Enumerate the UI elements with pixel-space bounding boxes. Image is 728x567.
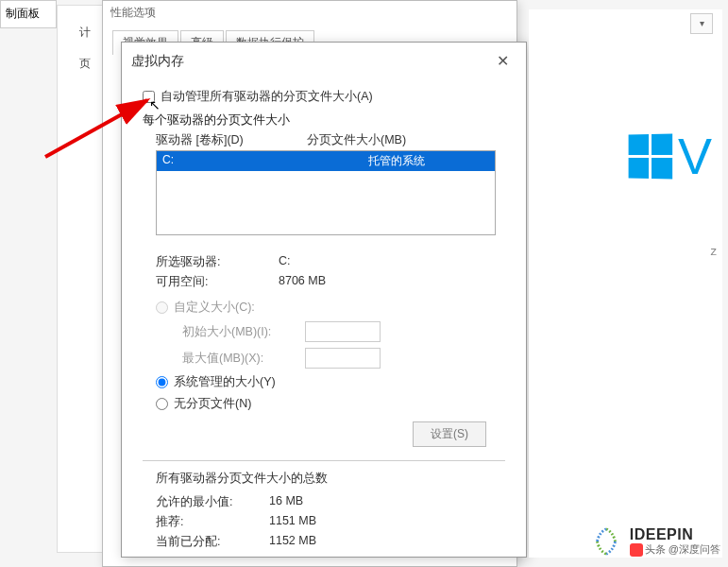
divider	[143, 460, 505, 461]
cur-value: 1152 MB	[269, 534, 316, 550]
min-value: 16 MB	[269, 494, 303, 510]
virtual-memory-dialog: 虚拟内存 ✕ 自动管理所有驱动器的分页文件大小(A) ↖ 每个驱动器的分页文件大…	[121, 42, 527, 558]
custom-size-label: 自定义大小(C):	[174, 300, 255, 316]
control-panel-bg: 制面板	[0, 0, 57, 28]
drive-status: 托管的系统	[304, 153, 489, 169]
rec-value: 1151 MB	[269, 514, 316, 530]
no-paging-radio[interactable]	[156, 398, 168, 410]
z-mark: z	[711, 244, 718, 258]
close-icon[interactable]: ✕	[489, 50, 516, 72]
initial-size-input[interactable]	[305, 321, 381, 342]
drive-listbox[interactable]: C: 托管的系统	[156, 150, 496, 235]
col-drive-header: 驱动器 [卷标](D)	[156, 132, 307, 148]
available-space-label: 可用空间:	[156, 274, 279, 290]
dropdown-icon[interactable]: ▾	[690, 13, 713, 34]
dialog-title: 虚拟内存	[131, 53, 184, 70]
watermark-brand: IDEEPIN	[630, 526, 720, 543]
selected-drive-label: 所选驱动器:	[156, 254, 279, 270]
min-label: 允许的最小值:	[156, 494, 269, 510]
watermark-sub: 头条 @深度问答	[630, 543, 720, 557]
drive-row-selected[interactable]: C: 托管的系统	[157, 151, 495, 171]
max-size-input[interactable]	[305, 348, 381, 369]
section-label: 每个驱动器的分页文件大小	[143, 112, 505, 129]
no-paging-label: 无分页文件(N)	[174, 396, 251, 412]
drive-letter: C:	[162, 153, 304, 169]
totals-title: 所有驱动器分页文件大小的总数	[156, 471, 505, 487]
watermark-logo-icon	[588, 524, 624, 559]
initial-size-label: 初始大小(MB)(I):	[182, 324, 305, 340]
bg-dialog-header: 性能选项	[103, 1, 516, 25]
watermark: IDEEPIN 头条 @深度问答	[588, 524, 720, 559]
auto-manage-checkbox[interactable]	[143, 91, 155, 103]
auto-manage-label: 自动管理所有驱动器的分页文件大小(A)	[161, 89, 373, 105]
cur-label: 当前已分配:	[156, 534, 269, 550]
rec-label: 推荐:	[156, 514, 269, 530]
set-button[interactable]: 设置(S)	[413, 421, 486, 447]
max-size-label: 最大值(MB)(X):	[182, 351, 305, 367]
windows-logo: V	[628, 118, 728, 194]
toutiao-icon	[630, 543, 643, 557]
available-space-value: 8706 MB	[279, 274, 326, 290]
custom-size-radio[interactable]	[156, 301, 168, 314]
system-managed-label: 系统管理的大小(Y)	[174, 374, 276, 390]
right-background: ▾ V z	[529, 9, 722, 558]
system-managed-radio[interactable]	[156, 376, 168, 388]
col-size-header: 分页文件大小(MB)	[307, 132, 406, 148]
selected-drive-value: C:	[279, 254, 291, 270]
windows-v: V	[678, 127, 712, 185]
